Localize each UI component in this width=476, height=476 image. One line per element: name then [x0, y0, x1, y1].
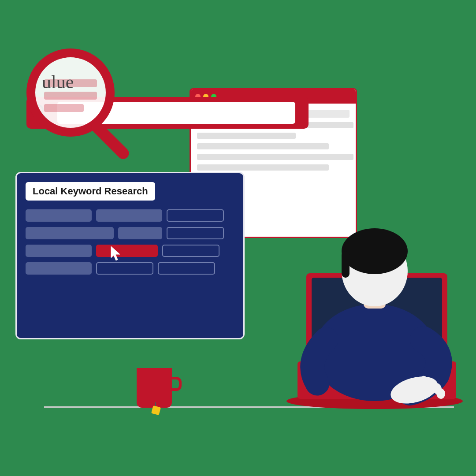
kw-cell-1-1 — [26, 209, 92, 222]
svg-text:ulue: ulue — [42, 72, 74, 92]
browser-content-line-2 — [197, 133, 296, 139]
svg-point-17 — [342, 228, 408, 274]
svg-rect-18 — [342, 251, 350, 278]
cup-body — [137, 368, 172, 408]
keyword-row-4 — [26, 262, 234, 275]
keyword-row-3 — [26, 245, 234, 257]
keyword-row-2 — [26, 227, 234, 239]
svg-rect-7 — [89, 119, 131, 161]
person-illustration — [238, 185, 467, 450]
svg-rect-5 — [44, 104, 84, 112]
keyword-row-1 — [26, 209, 234, 222]
cup-handle — [172, 377, 182, 391]
kw-cell-2-1 — [26, 227, 114, 239]
tea-cup — [137, 368, 172, 408]
keyword-title-box: Local Keyword Research — [26, 182, 155, 201]
kw-cell-1-3 — [167, 209, 224, 222]
browser-content-line-5 — [197, 164, 329, 171]
scene: ulue Local Keyword Research — [0, 0, 476, 476]
kw-cell-4-3 — [158, 262, 215, 275]
keyword-research-panel: Local Keyword Research — [15, 172, 245, 339]
kw-cell-2-3 — [167, 227, 224, 239]
kw-button-red[interactable] — [96, 245, 158, 257]
kw-cell-2-2 — [118, 227, 162, 239]
browser-content-line-3 — [197, 143, 329, 149]
cursor-icon — [109, 245, 125, 261]
kw-cell-3-3 — [162, 245, 219, 257]
kw-cell-4-1 — [26, 262, 92, 275]
kw-button-outline[interactable] — [96, 262, 153, 275]
svg-marker-8 — [111, 246, 120, 260]
magnifier: ulue — [22, 44, 154, 178]
tea-tag — [151, 405, 161, 415]
svg-rect-4 — [44, 92, 97, 100]
kw-cell-3-1 — [26, 245, 92, 257]
kw-cell-1-2 — [96, 209, 162, 222]
browser-content-line-4 — [197, 154, 353, 160]
keyword-panel-title: Local Keyword Research — [33, 186, 148, 197]
